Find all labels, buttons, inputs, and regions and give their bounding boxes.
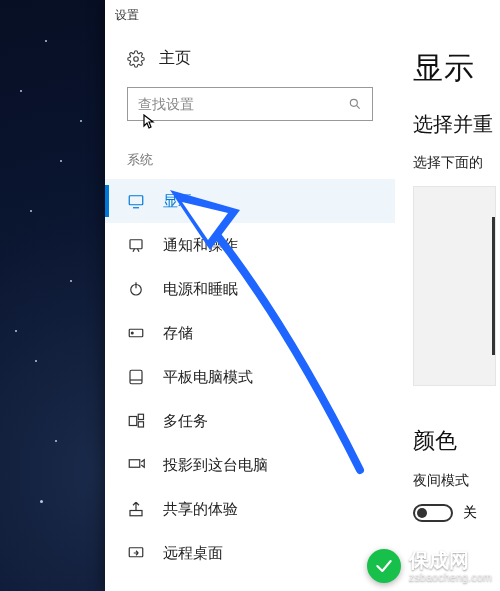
nav-item-notifications[interactable]: 通知和操作 (105, 223, 395, 267)
nav-item-remote[interactable]: 远程桌面 (105, 531, 395, 575)
home-button[interactable]: 主页 (105, 42, 395, 71)
notification-icon (127, 236, 145, 254)
watermark-url: zsbaocheng.com (409, 571, 492, 583)
svg-rect-5 (130, 240, 142, 249)
search-field[interactable] (138, 96, 348, 112)
display-arrangement-box[interactable] (413, 186, 496, 386)
nav-item-label: 投影到这台电脑 (163, 456, 268, 475)
window-title: 设置 (115, 7, 139, 24)
settings-window: 设置 主页 (105, 0, 500, 591)
rearrange-heading: 选择并重 (413, 111, 496, 138)
monitor-icon (127, 192, 145, 210)
watermark-badge (367, 549, 401, 583)
window-titlebar: 设置 (105, 0, 500, 30)
svg-rect-14 (138, 422, 143, 427)
page-title: 显示 (413, 48, 496, 89)
nav-item-label: 存储 (163, 324, 193, 343)
multitask-icon (127, 412, 145, 430)
svg-point-9 (131, 332, 133, 334)
svg-rect-12 (129, 417, 137, 426)
settings-nav: 显示 通知和操作 (105, 179, 395, 575)
nav-item-shared[interactable]: 共享的体验 (105, 487, 395, 531)
svg-rect-17 (129, 548, 143, 557)
watermark: 保成网 zsbaocheng.com (367, 549, 492, 583)
toggle-off-label: 关 (463, 504, 477, 522)
tablet-icon (127, 368, 145, 386)
nav-item-label: 共享的体验 (163, 500, 238, 519)
power-icon (127, 280, 145, 298)
nav-item-projecting[interactable]: 投影到这台电脑 (105, 443, 395, 487)
svg-point-1 (350, 99, 357, 106)
storage-icon (127, 324, 145, 342)
svg-rect-13 (138, 414, 143, 419)
nav-item-label: 远程桌面 (163, 544, 223, 563)
watermark-brand: 保成网 (409, 549, 492, 571)
settings-sidebar: 主页 (105, 30, 395, 591)
watermark-text: 保成网 zsbaocheng.com (409, 549, 492, 583)
gear-icon (127, 50, 145, 68)
nav-item-multitask[interactable]: 多任务 (105, 399, 395, 443)
nav-item-label: 显示 (163, 192, 193, 211)
svg-rect-15 (129, 460, 140, 468)
nav-item-label: 通知和操作 (163, 236, 238, 255)
nav-item-storage[interactable]: 存储 (105, 311, 395, 355)
section-label-system: 系统 (105, 125, 395, 179)
svg-rect-16 (130, 511, 142, 516)
color-heading: 颜色 (413, 426, 496, 456)
nav-item-display[interactable]: 显示 (105, 179, 395, 223)
night-light-label: 夜间模式 (413, 472, 496, 490)
search-input[interactable] (127, 87, 373, 121)
share-icon (127, 500, 145, 518)
night-light-toggle[interactable] (413, 504, 453, 522)
nav-item-power[interactable]: 电源和睡眠 (105, 267, 395, 311)
settings-panel: 显示 选择并重 选择下面的 颜色 夜间模式 关 (395, 30, 500, 591)
svg-rect-10 (130, 370, 142, 384)
nav-item-tablet[interactable]: 平板电脑模式 (105, 355, 395, 399)
nav-item-label: 电源和睡眠 (163, 280, 238, 299)
search-icon (348, 97, 362, 111)
svg-point-0 (134, 56, 139, 61)
desktop-background: 设置 主页 (0, 0, 500, 591)
nav-item-label: 多任务 (163, 412, 208, 431)
rearrange-hint: 选择下面的 (413, 154, 496, 172)
home-label: 主页 (159, 48, 191, 69)
svg-line-2 (356, 105, 359, 108)
project-icon (127, 456, 145, 474)
remote-icon (127, 544, 145, 562)
nav-item-label: 平板电脑模式 (163, 368, 253, 387)
svg-rect-3 (129, 196, 143, 205)
